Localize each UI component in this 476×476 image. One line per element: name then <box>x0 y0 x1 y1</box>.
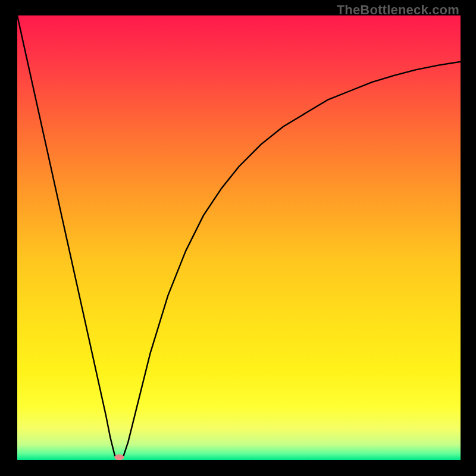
plot-area <box>17 15 461 460</box>
chart-frame: TheBottleneck.com <box>0 0 476 476</box>
gradient-background <box>17 15 461 460</box>
chart-svg <box>17 15 461 460</box>
